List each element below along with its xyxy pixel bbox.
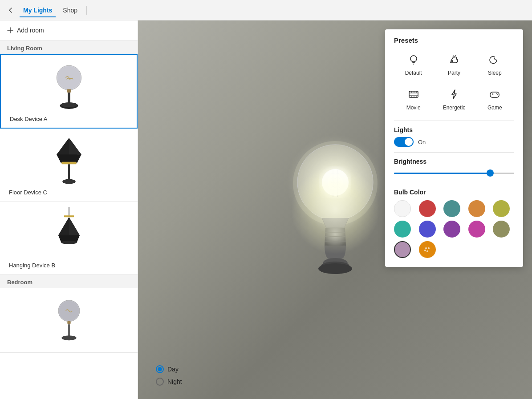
preset-energetic[interactable]: Energetic: [435, 84, 473, 115]
day-radio-inner: [158, 367, 162, 371]
room-label-bedroom: Bedroom: [0, 274, 138, 288]
svg-rect-23: [67, 321, 70, 324]
brightness-slider-thumb[interactable]: [487, 169, 494, 177]
preset-energetic-label: Energetic: [443, 105, 466, 111]
preset-game[interactable]: Game: [475, 84, 514, 115]
svg-rect-10: [61, 162, 76, 165]
floor-lamp-icon: [42, 134, 96, 187]
svg-point-20: [61, 241, 77, 244]
svg-marker-7: [69, 138, 81, 157]
color-swatch-pink[interactable]: [468, 221, 485, 238]
svg-point-5: [61, 102, 77, 107]
preset-sleep-icon: [489, 54, 500, 67]
device-card-bedroom-1[interactable]: [0, 288, 138, 353]
presets-panel: Presets Default: [385, 29, 523, 267]
day-label: Day: [167, 366, 179, 373]
bulb-color-label: Bulb Color: [394, 189, 514, 196]
device-card-desk-a[interactable]: Desk Device A: [0, 54, 138, 129]
panel-divider-1: [394, 121, 514, 121]
brightness-label: Brightness: [394, 158, 514, 165]
panel-divider-2: [394, 152, 514, 153]
toggle-knob: [405, 138, 413, 146]
color-swatch-red[interactable]: [419, 200, 436, 217]
day-night-selector: Day Night: [156, 365, 182, 386]
svg-point-58: [424, 250, 426, 251]
color-swatch-cyan[interactable]: [394, 221, 411, 238]
svg-point-30: [322, 169, 349, 196]
color-grid: [394, 200, 514, 258]
brightness-slider-container[interactable]: [394, 169, 514, 177]
svg-rect-11: [68, 164, 70, 181]
preset-default-label: Default: [405, 70, 422, 76]
device-card-hanging-b[interactable]: Hanging Device B: [0, 202, 138, 274]
color-swatch-palette[interactable]: [419, 241, 436, 258]
preset-party[interactable]: Party: [435, 49, 473, 81]
main-layout: Add room Living Room Desk Device A: [0, 20, 532, 399]
presets-title: Presets: [394, 36, 514, 44]
svg-marker-17: [58, 217, 69, 237]
lights-toggle[interactable]: [394, 137, 414, 147]
device-name-floor-c: Floor Device C: [7, 189, 47, 196]
tab-shop[interactable]: Shop: [59, 5, 81, 16]
color-swatch-white[interactable]: [394, 200, 411, 217]
preset-energetic-icon: [448, 89, 460, 102]
preset-party-label: Party: [448, 70, 460, 76]
lights-section-label: Lights: [394, 126, 514, 133]
svg-point-37: [410, 56, 417, 62]
content-area: Day Night Presets: [138, 20, 532, 399]
svg-point-54: [496, 93, 497, 94]
svg-point-56: [425, 247, 427, 249]
preset-party-icon: [448, 54, 460, 67]
night-label: Night: [167, 378, 182, 385]
tab-my-lights[interactable]: My Lights: [20, 5, 56, 16]
svg-point-57: [428, 247, 430, 249]
svg-marker-9: [57, 154, 77, 162]
night-radio[interactable]: Night: [156, 378, 182, 386]
panel-divider-3: [394, 183, 514, 183]
preset-game-icon: [489, 89, 500, 102]
color-swatch-purple[interactable]: [443, 221, 460, 238]
color-swatch-teal[interactable]: [443, 200, 460, 217]
day-radio-circle[interactable]: [156, 365, 164, 373]
svg-point-55: [497, 94, 498, 95]
lights-toggle-container: On: [394, 137, 514, 147]
preset-default[interactable]: Default: [394, 49, 433, 81]
svg-point-25: [61, 335, 76, 340]
add-room-button[interactable]: Add room: [0, 20, 138, 40]
topbar: My Lights Shop: [0, 0, 532, 20]
preset-default-icon: [408, 54, 419, 67]
svg-point-39: [451, 60, 453, 62]
svg-point-36: [318, 263, 352, 274]
svg-line-40: [453, 56, 454, 56]
color-swatch-blue[interactable]: [419, 221, 436, 238]
color-swatch-orange[interactable]: [468, 200, 485, 217]
preset-movie[interactable]: Movie: [394, 84, 433, 115]
svg-line-41: [455, 55, 456, 56]
brightness-slider-track: [394, 173, 514, 174]
presets-grid: Default Party: [394, 49, 514, 115]
desk-lamp-icon: [42, 60, 96, 114]
back-button[interactable]: [5, 5, 16, 16]
hanging-lamp-icon: [42, 207, 96, 260]
color-swatch-lavender[interactable]: [394, 241, 411, 258]
sidebar: Add room Living Room Desk Device A: [0, 20, 138, 399]
device-name-desk-a: Desk Device A: [8, 116, 48, 122]
svg-marker-8: [57, 138, 69, 157]
preset-movie-label: Movie: [406, 105, 421, 111]
device-card-floor-c[interactable]: Floor Device C: [0, 129, 138, 202]
night-radio-circle[interactable]: [156, 378, 164, 386]
preset-sleep[interactable]: Sleep: [475, 49, 514, 81]
color-swatch-dark-olive[interactable]: [493, 221, 510, 238]
device-name-hanging-b: Hanging Device B: [7, 262, 55, 269]
svg-rect-14: [64, 215, 73, 217]
svg-rect-2: [67, 89, 71, 93]
preset-game-label: Game: [487, 105, 502, 111]
svg-marker-16: [69, 217, 80, 237]
color-swatch-olive[interactable]: [493, 200, 510, 217]
day-radio[interactable]: Day: [156, 365, 182, 373]
lights-status: On: [418, 139, 426, 145]
svg-point-59: [426, 250, 428, 252]
topbar-divider: [86, 6, 87, 15]
svg-point-12: [62, 179, 76, 184]
room-label-living-room: Living Room: [0, 40, 138, 54]
